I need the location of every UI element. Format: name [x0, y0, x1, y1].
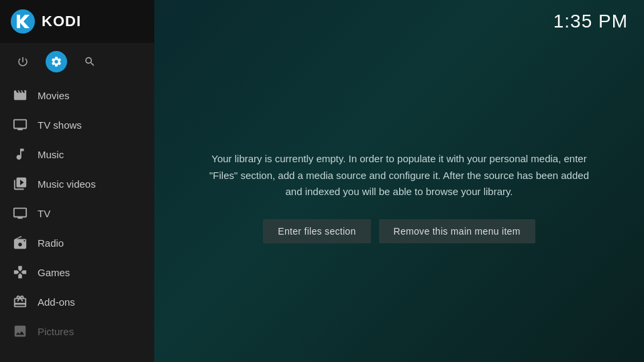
library-empty-message: Your library is currently empty. In orde…: [208, 151, 590, 200]
sidebar-item-label: Music: [38, 149, 64, 160]
tvshows-icon: [12, 117, 28, 133]
music-icon: [12, 146, 28, 162]
search-icon: [84, 56, 96, 68]
sidebar-item-label: Pictures: [38, 326, 74, 337]
sidebar-item-label: Add-ons: [38, 296, 75, 308]
main-content: 1:35 PM Your library is currently empty.…: [154, 0, 644, 362]
sidebar-item-tv[interactable]: TV: [0, 198, 154, 228]
musicvideos-icon: [12, 176, 28, 192]
kodi-logo-icon: [11, 9, 35, 34]
enter-files-button[interactable]: Enter files section: [263, 219, 370, 243]
sidebar-item-radio[interactable]: Radio: [0, 228, 154, 257]
tv-icon: [12, 205, 28, 221]
power-button[interactable]: [12, 51, 34, 72]
movies-icon: [12, 87, 28, 103]
addons-icon: [12, 294, 28, 310]
sidebar-item-label: Games: [38, 267, 70, 278]
sidebar-item-music[interactable]: Music: [0, 139, 154, 169]
radio-icon: [12, 235, 28, 251]
sidebar-item-pictures[interactable]: Pictures: [0, 316, 154, 346]
clock-display: 1:35 PM: [553, 11, 628, 32]
games-icon: [12, 264, 28, 280]
search-button[interactable]: [79, 51, 101, 72]
power-icon: [17, 56, 29, 68]
settings-icon: [50, 56, 62, 68]
sidebar-item-tvshows[interactable]: TV shows: [0, 110, 154, 139]
sidebar-item-movies[interactable]: Movies: [0, 80, 154, 110]
sidebar: KODI Movies: [0, 0, 154, 362]
sidebar-item-musicvideos[interactable]: Music videos: [0, 169, 154, 198]
sidebar-item-addons[interactable]: Add-ons: [0, 287, 154, 316]
sidebar-item-games[interactable]: Games: [0, 257, 154, 287]
sidebar-icon-bar: [0, 43, 154, 80]
content-area: Your library is currently empty. In orde…: [154, 32, 644, 362]
sidebar-item-label: Music videos: [38, 178, 96, 190]
action-buttons: Enter files section Remove this main men…: [263, 219, 535, 243]
pictures-icon: [12, 323, 28, 339]
sidebar-header: KODI: [0, 0, 154, 43]
sidebar-item-label: Movies: [38, 90, 70, 101]
remove-menu-item-button[interactable]: Remove this main menu item: [379, 219, 535, 243]
nav-menu: Movies TV shows Music Music videos: [0, 80, 154, 362]
sidebar-item-label: TV: [38, 208, 50, 219]
app-title: KODI: [42, 13, 81, 30]
sidebar-item-label: Radio: [38, 237, 64, 249]
settings-button[interactable]: [46, 51, 67, 72]
sidebar-item-label: TV shows: [38, 119, 82, 131]
top-bar: 1:35 PM: [154, 0, 644, 32]
